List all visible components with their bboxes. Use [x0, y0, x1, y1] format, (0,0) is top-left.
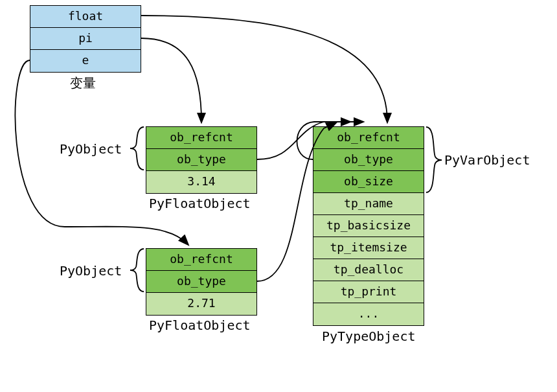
arrow-float-to-type	[141, 16, 387, 122]
pytypeobject-caption: PyTypeObject	[322, 329, 416, 344]
field-cell: ob_refcnt	[146, 249, 256, 271]
field-cell: tp_itemsize	[313, 237, 424, 259]
field-cell: tp_basicsize	[313, 215, 424, 237]
field-cell: tp_name	[313, 193, 424, 215]
field-cell: tp_dealloc	[313, 259, 424, 281]
pyobject-brace-1-label: PyObject	[60, 141, 122, 157]
var-cell: float	[30, 6, 141, 28]
brace-pyobject-2	[130, 249, 144, 292]
variables-box: float pi e	[30, 5, 141, 73]
field-cell: 2.71	[146, 293, 256, 315]
var-cell: e	[30, 50, 141, 72]
field-cell: ob_type	[146, 149, 256, 171]
field-cell: 3.14	[146, 171, 256, 193]
pyfloat-1-caption: PyFloatObject	[149, 196, 251, 211]
variables-caption: 变量	[70, 75, 96, 92]
pyobject-brace-2-label: PyObject	[60, 263, 122, 279]
pyfloat-2-caption: PyFloatObject	[149, 317, 251, 333]
pyfloat-2-box: ob_refcnt ob_type 2.71	[146, 248, 257, 316]
field-cell: ob_size	[313, 171, 424, 193]
field-cell: ob_type	[146, 271, 256, 293]
field-cell: ob_refcnt	[313, 127, 424, 149]
field-cell: ob_type	[313, 149, 424, 171]
arrow-pi-to-float1	[141, 38, 201, 122]
pytypeobject-box: ob_refcnt ob_type ob_size tp_name tp_bas…	[313, 126, 424, 326]
pyfloat-1-box: ob_refcnt ob_type 3.14	[146, 126, 257, 194]
field-cell: tp_print	[313, 281, 424, 303]
var-cell: pi	[30, 28, 141, 50]
field-cell: ob_refcnt	[146, 127, 256, 149]
brace-pyobject-1	[130, 127, 144, 170]
field-cell: ...	[313, 303, 424, 325]
pyvarobject-brace-label: PyVarObject	[444, 152, 530, 168]
brace-pyvarobject	[426, 127, 442, 192]
